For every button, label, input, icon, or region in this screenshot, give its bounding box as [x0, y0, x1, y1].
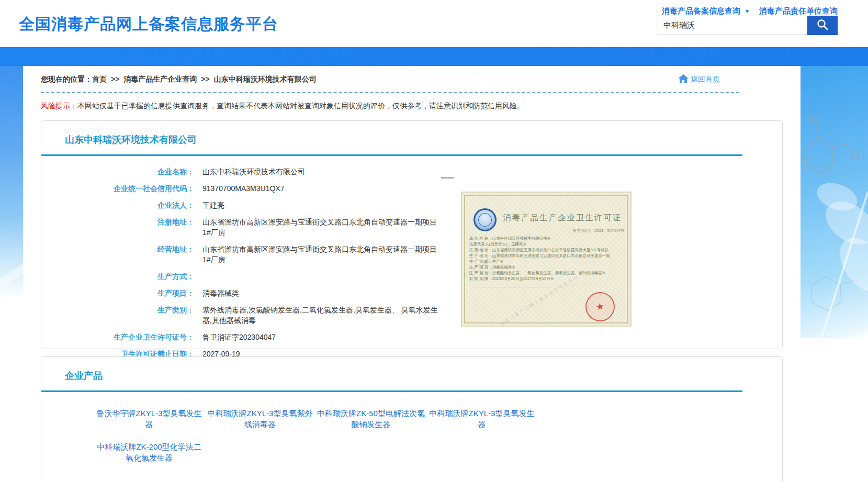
breadcrumb-row: 您现在的位置：首页>>消毒产品生产企业查询>>山东中科瑞沃环境技术有限公司 返回… [41, 66, 783, 87]
field-label: 生产企业卫生许可证号： [41, 332, 194, 342]
certificate-line: 生 产 类 别：次氯酸钠发生器、二氧化氯发生器、臭氧发生器、紫外线消毒器※ [469, 270, 626, 276]
product-link[interactable]: 中科瑞沃牌ZKYL-3型臭氧发生器 [426, 408, 537, 430]
field-row: 生产类别： 紫外线消毒器,次氯酸钠发生器,二氧化氯发生器,臭氧发生器、 臭氧水发… [41, 305, 782, 326]
field-label: 经营地址： [41, 244, 194, 265]
risk-label: 风险提示： [41, 102, 77, 110]
breadcrumb-current: 山东中科瑞沃环境技术有限公司 [214, 75, 317, 83]
field-value: 紫外线消毒器,次氯酸钠发生器,二氧化氯发生器,臭氧发生器、 臭氧水发生器,其他器… [202, 305, 443, 326]
risk-notice: 风险提示：本网站仅基于已掌握的信息提供查询服务，查询结果不代表本网站对被查询对象… [41, 102, 783, 111]
field-label: 生产类别： [41, 305, 194, 326]
company-card: 山东中科瑞沃环境技术有限公司 企业名称： 山东中科瑞沃环境技术有限公司 企业统一… [41, 120, 783, 349]
back-home-label: 返回首页 [691, 75, 720, 84]
breadcrumb-separator: >> [111, 75, 119, 83]
nav-filing-info-query[interactable]: 消毒产品备案信息查询 [662, 6, 740, 15]
product-link[interactable]: 中科瑞沃牌ZK-50型电解法次氯酸钠发生器 [315, 408, 426, 430]
product-link[interactable]: 鲁沃华宇牌ZKYL-3型臭氧发生器 [94, 408, 205, 430]
certificate-footnote [474, 285, 604, 289]
search-button[interactable] [807, 16, 838, 35]
field-value: 鲁卫消证字202304047 [202, 332, 276, 342]
field-row: 企业统一社会信用代码： 91370700MA3M3U1QX7 [41, 183, 782, 194]
page: 全国消毒产品网上备案信息服务平台 消毒产品备案信息查询▼消毒产品责任单位查询 [0, 0, 868, 481]
svg-text:O: O [813, 113, 820, 124]
dashed-divider [41, 92, 739, 93]
certificate-line: 注 册 地 址：山东省潍坊高新区玉清东街以北中心次干道以西高新大厦902号科技 [469, 247, 626, 253]
dash-mark [441, 177, 454, 178]
certificate-title: 消毒产品生产企业卫生许可证 [503, 212, 622, 223]
magnifier-icon [816, 18, 829, 33]
right-decoration: O OH [801, 66, 868, 338]
field-label: 企业统一社会信用代码： [41, 183, 194, 194]
certificate-line: 生 产 项 目：消毒器械类※ [469, 264, 626, 270]
field-value: 王建亮 [202, 200, 224, 210]
company-fields: 企业名称： 山东中科瑞沃环境技术有限公司 企业统一社会信用代码： 9137070… [41, 156, 782, 359]
products-card: 企业产品 鲁沃华宇牌ZKYL-3型臭氧发生器 中科瑞沃牌ZKYL-3型臭氧紫外线… [41, 356, 783, 481]
certificate-image: 消毒产品生产企业卫生许可证 鲁卫消证字（2023）第04047号 单 位 名 称… [461, 192, 632, 327]
content-wrapper: 您现在的位置：首页>>消毒产品生产企业查询>>山东中科瑞沃环境技术有限公司 返回… [23, 66, 801, 481]
breadcrumb-company-query[interactable]: 消毒产品生产企业查询 [123, 75, 197, 83]
field-row: 注册地址： 山东省潍坊市高新区潍安路与宝通街交叉路口东北角自动变速器一期项目1#… [41, 217, 782, 238]
search-box [658, 16, 838, 35]
field-value: 91370700MA3M3U1QX7 [202, 183, 284, 194]
molecule-art: O OH [801, 66, 868, 338]
risk-text: 本网站仅基于已掌握的信息提供查询服务，查询结果不代表本网站对被查询对象信用状况的… [77, 102, 524, 110]
field-label: 企业名称： [41, 166, 194, 177]
swoosh-shape [0, 262, 23, 296]
certificate-line: 单 位 名 称：山东中科瑞沃环境技术有限公司※ [469, 236, 626, 241]
product-grid: 鲁沃华宇牌ZKYL-3型臭氧发生器 中科瑞沃牌ZKYL-3型臭氧紫外线消毒器 中… [41, 392, 782, 463]
breadcrumb-separator: >> [201, 75, 209, 83]
breadcrumb: 您现在的位置：首页>>消毒产品生产企业查询>>山东中科瑞沃环境技术有限公司 [41, 75, 317, 84]
field-label: 生产项目： [41, 288, 194, 298]
home-icon [678, 74, 689, 85]
company-title: 山东中科瑞沃环境技术有限公司 [41, 121, 782, 146]
breadcrumb-home[interactable]: 首页 [92, 75, 107, 83]
svg-text:OH: OH [851, 152, 865, 162]
header-blue-bar [0, 47, 868, 66]
field-value: 消毒器械类 [202, 288, 239, 298]
certificate-emblem-icon [474, 208, 497, 231]
back-home-link[interactable]: 返回首页 [678, 74, 720, 85]
products-title: 企业产品 [41, 357, 782, 382]
certificate-number: 鲁卫消证字（2023）第04047号 [573, 228, 624, 233]
nav-responsible-unit-query[interactable]: 消毒产品责任单位查询 [759, 6, 838, 15]
site-title: 全国消毒产品网上备案信息服务平台 [19, 14, 278, 35]
field-value: 山东省潍坊市高新区潍安路与宝通街交叉路口东北角自动变速器一期项目1#厂房 [202, 217, 443, 238]
top-nav: 消毒产品备案信息查询▼消毒产品责任单位查询 [662, 6, 838, 16]
field-row: 生产企业卫生许可证号： 鲁卫消证字202304047 [41, 332, 782, 342]
field-row: 经营地址： 山东省潍坊市高新区潍安路与宝通街交叉路口东北角自动变速器一期项目1#… [41, 244, 782, 265]
site-header: 全国消毒产品网上备案信息服务平台 消毒产品备案信息查询▼消毒产品责任单位查询 [0, 0, 868, 47]
product-link[interactable]: 中科瑞沃牌ZK-200型化学法二氧化氯发生器 [94, 441, 205, 463]
product-link[interactable]: 中科瑞沃牌ZKYL-3型臭氧紫外线消毒器 [205, 408, 315, 430]
field-row: 企业法人： 王建亮 [41, 200, 782, 210]
field-value: 山东中科瑞沃环境技术有限公司 [202, 166, 305, 177]
field-row: 企业名称： 山东中科瑞沃环境技术有限公司 [41, 166, 782, 177]
field-row: 生产项目： 消毒器械类 [41, 288, 782, 298]
certificate-line: 法定代表人(或负责人)：王建亮※ [469, 241, 626, 247]
certificate-line: 有 效 期 限：2023年9月20日至2027年9月19日※ [469, 276, 626, 282]
field-row: 生产方式： [41, 271, 782, 282]
chevron-down-icon[interactable]: ▼ [745, 8, 750, 14]
field-value: 山东省潍坊市高新区潍安路与宝通街交叉路口东北角自动变速器一期项目1#厂房 [202, 244, 443, 265]
left-decoration [0, 66, 23, 299]
search-input[interactable] [658, 16, 807, 35]
field-label: 注册地址： [41, 217, 194, 238]
field-label: 企业法人： [41, 200, 194, 210]
breadcrumb-label: 您现在的位置： [41, 75, 92, 83]
field-label: 生产方式： [41, 271, 194, 282]
